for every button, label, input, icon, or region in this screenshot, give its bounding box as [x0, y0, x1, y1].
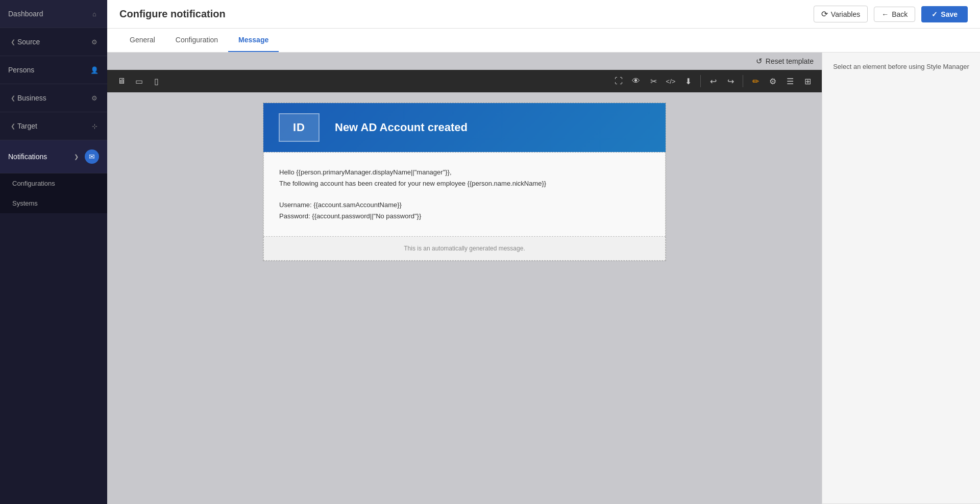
tab-bar: General Configuration Message — [107, 29, 980, 53]
grid-icon: ⊞ — [804, 77, 811, 86]
fullscreen-button[interactable]: ⛶ — [610, 73, 627, 89]
settings-icon2: ⚙ — [90, 93, 99, 103]
reset-bar: ↺ Reset template — [107, 53, 822, 70]
sidebar: Dashboard ⌂ ❮ Source ⚙ Persons 👤 ❮ Busin… — [0, 0, 107, 504]
page-title: Configure notification — [119, 8, 226, 20]
checkmark-icon: ✓ — [932, 10, 938, 18]
tablet-portrait-button[interactable]: ▯ — [148, 73, 164, 89]
main-content: Configure notification ⟳ Variables ← Bac… — [107, 0, 980, 504]
reset-icon: ↺ — [756, 57, 763, 66]
content-area: ↺ Reset template 🖥 ▭ ▯ — [107, 53, 980, 504]
expand-icon: ⛶ — [615, 77, 623, 86]
scissors-icon: ✂ — [650, 77, 657, 86]
tablet-landscape-button[interactable]: ▭ — [131, 73, 147, 89]
home-icon: ⌂ — [90, 9, 99, 18]
back-button[interactable]: ← Back — [874, 7, 915, 22]
sidebar-item-source[interactable]: ❮ Source ⚙ — [0, 28, 107, 56]
back-arrow-icon: ← — [881, 10, 889, 18]
sidebar-item-target[interactable]: ❮ Target ⊹ — [0, 112, 107, 140]
email-logo: ID — [279, 113, 320, 142]
undo-button[interactable]: ↩ — [705, 73, 721, 89]
email-footer-section: This is an automatically generated messa… — [263, 237, 666, 261]
pencil-button[interactable]: ✏ — [747, 73, 764, 89]
toolbar-separator2 — [743, 75, 743, 87]
editor-panel: ↺ Reset template 🖥 ▭ ▯ — [107, 53, 822, 504]
email-username: Username: {{account.samAccountName}} — [279, 199, 650, 211]
tab-message[interactable]: Message — [228, 29, 279, 52]
tab-configuration[interactable]: Configuration — [165, 29, 228, 52]
variables-button[interactable]: ⟳ Variables — [814, 6, 868, 22]
email-preview-wrapper[interactable]: ID New AD Account created Hello {{person… — [107, 92, 822, 504]
tablet-landscape-icon: ▭ — [135, 77, 143, 86]
sidebar-item-systems[interactable]: Systems — [0, 193, 107, 213]
persons-icon: 👤 — [90, 65, 99, 74]
email-greeting: Hello {{person.primaryManager.displayNam… — [279, 167, 650, 178]
gear-icon: ⚙ — [769, 77, 776, 86]
undo-icon: ↩ — [710, 77, 717, 86]
email-subject: New AD Account created — [335, 121, 468, 134]
sidebar-item-persons[interactable]: Persons 👤 — [0, 56, 107, 84]
menu-button[interactable]: ☰ — [782, 73, 798, 89]
chevron-down-icon: ❯ — [71, 152, 81, 161]
preview-button[interactable]: 👁 — [628, 73, 644, 89]
download-button[interactable]: ⬇ — [680, 73, 696, 89]
email-header-section[interactable]: ID New AD Account created — [263, 103, 666, 152]
eye-icon: 👁 — [632, 77, 640, 86]
device-toolbar-group: 🖥 ▭ ▯ — [113, 73, 164, 89]
hamburger-icon: ☰ — [787, 77, 794, 86]
header-actions: ⟳ Variables ← Back ✓ Save — [814, 6, 968, 22]
tab-general[interactable]: General — [119, 29, 165, 52]
grid-button[interactable]: ⊞ — [799, 73, 816, 89]
chevron-left-icon2: ❮ — [8, 93, 17, 103]
style-panel: Select an element before using Style Man… — [822, 53, 980, 504]
sidebar-item-business[interactable]: ❮ Business ⚙ — [0, 84, 107, 112]
email-preview: ID New AD Account created Hello {{person… — [263, 103, 666, 261]
notifications-email-icon: ✉ — [85, 149, 99, 164]
settings-button[interactable]: ⚙ — [765, 73, 781, 89]
crop-button[interactable]: ✂ — [645, 73, 662, 89]
email-password: Password: {{account.password||"No passwo… — [279, 211, 650, 222]
chevron-left-icon3: ❮ — [8, 121, 17, 131]
action-toolbar-group: ⛶ 👁 ✂ </> ⬇ ↩ — [610, 73, 816, 89]
variables-icon: ⟳ — [821, 9, 828, 19]
email-body-section[interactable]: Hello {{person.primaryManager.displayNam… — [263, 152, 666, 237]
desktop-icon: 🖥 — [117, 77, 126, 86]
sidebar-item-configurations[interactable]: Configurations — [0, 173, 107, 193]
page-header: Configure notification ⟳ Variables ← Bac… — [107, 0, 980, 29]
redo-button[interactable]: ↪ — [722, 73, 739, 89]
target-settings-icon: ⊹ — [90, 121, 99, 131]
sidebar-submenu: Configurations Systems — [0, 173, 107, 213]
chevron-left-icon: ❮ — [8, 37, 17, 46]
toolbar-separator — [700, 75, 701, 87]
save-button[interactable]: ✓ Save — [921, 6, 968, 22]
sidebar-item-notifications[interactable]: Notifications ❯ ✉ — [0, 140, 107, 173]
sidebar-item-dashboard[interactable]: Dashboard ⌂ — [0, 0, 107, 28]
redo-icon: ↪ — [727, 77, 734, 86]
pencil-icon: ✏ — [752, 77, 759, 86]
editor-toolbar: 🖥 ▭ ▯ ⛶ 👁 — [107, 70, 822, 92]
tablet-portrait-icon: ▯ — [154, 77, 159, 86]
email-intro: The following account has been created f… — [279, 178, 650, 189]
settings-icon: ⚙ — [90, 37, 99, 46]
style-panel-placeholder: Select an element before using Style Man… — [822, 53, 980, 504]
reset-template-button[interactable]: ↺ Reset template — [756, 57, 814, 66]
download-icon: ⬇ — [685, 77, 692, 86]
desktop-view-button[interactable]: 🖥 — [113, 73, 130, 89]
code-icon: </> — [666, 78, 676, 85]
code-button[interactable]: </> — [663, 73, 679, 89]
